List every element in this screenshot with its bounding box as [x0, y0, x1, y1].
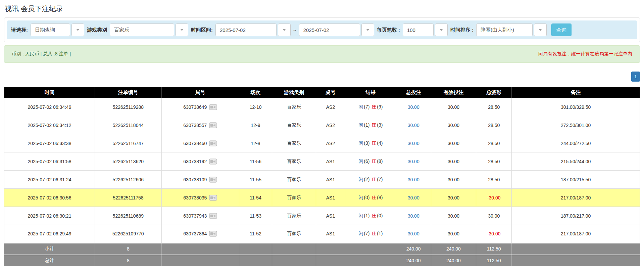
date-to-caret-button[interactable] [361, 24, 374, 36]
cell-total-bet: 30.00 [396, 134, 431, 152]
total-bet-link[interactable]: 30.00 [408, 177, 419, 182]
page-size-caret-button[interactable] [435, 24, 448, 36]
cell-bet-id: 522625112606 [95, 171, 161, 189]
game-category-value[interactable]: 百家乐 [110, 24, 174, 36]
result-player-label: 闲 [358, 122, 363, 128]
query-type-select[interactable]: 日期查询 [31, 24, 84, 36]
cell-time: 2025-07-02 06:30:21 [4, 207, 95, 225]
time-sort-caret-button[interactable] [534, 24, 547, 36]
cell-round-id: 630737864 [161, 225, 239, 243]
video-replay-icon[interactable] [209, 230, 217, 237]
search-button[interactable]: 查询 [551, 24, 572, 36]
pagination: 1 [4, 72, 640, 82]
round-id-text: 630738109 [183, 177, 207, 182]
time-sort-value[interactable]: 降幂(由大到小) [476, 24, 533, 36]
header-table-no: 桌号 [316, 87, 345, 98]
cell-payout: 28.50 [476, 116, 512, 134]
query-type-caret-button[interactable] [71, 24, 84, 36]
result-player-value: (1) [364, 122, 369, 128]
total-bet-link[interactable]: 30.00 [408, 159, 419, 164]
result-banker-value: (3) [377, 122, 383, 128]
time-sort-select[interactable]: 降幂(由大到小) [476, 24, 547, 36]
result-player-value: (3) [364, 140, 369, 146]
header-round-id: 局号 [161, 87, 239, 98]
result-banker-label: 庄 [371, 213, 376, 218]
cell-bet-id: 522625110689 [95, 207, 161, 225]
video-replay-icon[interactable] [209, 213, 217, 219]
cell-valid-bet: 30.00 [431, 152, 476, 171]
summary-currency-total: 币别 : 人民币 | 总共 :8 注单 | [12, 51, 71, 57]
cell-bet-id: 522625111758 [95, 189, 161, 207]
cell-valid-bet: 30.00 [431, 189, 476, 207]
result-banker-label: 庄 [371, 104, 376, 109]
round-id-text: 630738035 [183, 195, 207, 200]
date-to-select[interactable]: 2025-07-02 [299, 24, 374, 36]
result-player-value: (7) [364, 231, 369, 236]
game-category-select[interactable]: 百家乐 [110, 24, 188, 36]
table-row: 2025-07-02 06:34:49 522625119288 6307386… [4, 98, 640, 116]
total-bet-link[interactable]: 30.00 [408, 123, 419, 128]
game-category-caret-button[interactable] [176, 24, 188, 36]
total-bet-link[interactable]: 30.00 [408, 195, 419, 200]
round-id-text: 630738192 [183, 159, 207, 164]
cell-game: 百家乐 [272, 98, 316, 116]
cell-table-no: AS1 [316, 152, 345, 171]
table-row: 2025-07-02 06:30:56 522625111758 6307380… [4, 189, 640, 207]
result-player-label: 闲 [358, 140, 363, 146]
cell-round-id: 630738109 [161, 171, 239, 189]
table-row: 2025-07-02 06:31:24 522625112606 6307381… [4, 171, 640, 189]
date-from-value[interactable]: 2025-07-02 [215, 24, 277, 36]
cell-game: 百家乐 [272, 152, 316, 171]
cell-remark: 187.00/217.00 [512, 207, 640, 225]
cell-round-id: 630738557 [161, 116, 239, 134]
cell-round-id: 630738035 [161, 189, 239, 207]
video-replay-icon[interactable] [209, 194, 217, 201]
cell-total-bet: 30.00 [396, 116, 431, 134]
cell-valid-bet: 30.00 [431, 134, 476, 152]
query-type-value[interactable]: 日期查询 [31, 24, 70, 36]
video-replay-icon[interactable] [209, 122, 217, 129]
cell-result: 闲(7) 庄(9) [345, 98, 396, 116]
video-replay-icon[interactable] [209, 104, 217, 110]
page-size-select[interactable]: 100 [403, 24, 448, 36]
page-size-value[interactable]: 100 [403, 24, 434, 36]
cell-result: 闲(7) 庄(1) [345, 225, 396, 243]
cell-time: 2025-07-02 06:30:56 [4, 189, 95, 207]
result-player-value: (1) [364, 213, 369, 218]
date-to-value[interactable]: 2025-07-02 [299, 24, 360, 36]
cell-table-no: AS1 [316, 207, 345, 225]
page: 视讯 会员下注纪录 请选择: 日期查询 游戏类别 百家乐 时间区间: 2025-… [0, 0, 644, 267]
date-from-caret-button[interactable] [278, 24, 291, 36]
cell-bet-id: 522625109770 [95, 225, 161, 243]
result-banker-label: 庄 [371, 140, 376, 146]
cell-round-id: 630738460 [161, 134, 239, 152]
header-remark: 备注 [512, 87, 640, 98]
cell-round-id: 630738192 [161, 152, 239, 171]
total-bet-link[interactable]: 30.00 [408, 104, 419, 110]
video-replay-icon[interactable] [209, 176, 217, 183]
cell-game: 百家乐 [272, 225, 316, 243]
header-time: 时间 [4, 87, 95, 98]
cell-table-no: AS1 [316, 189, 345, 207]
page-button-1[interactable]: 1 [631, 72, 640, 82]
cell-time: 2025-07-02 06:29:49 [4, 225, 95, 243]
table-row: 2025-07-02 06:31:58 522625113620 6307381… [4, 152, 640, 171]
video-replay-icon[interactable] [209, 158, 217, 165]
date-from-select[interactable]: 2025-07-02 [215, 24, 291, 36]
chevron-down-icon [76, 29, 80, 31]
footer-count: 8 [95, 255, 161, 267]
footer-payout: 112.50 [476, 243, 512, 255]
cell-session: 11-53 [239, 207, 272, 225]
total-bet-link[interactable]: 30.00 [408, 231, 419, 236]
table-header: 时间 注单编号 局号 场次 游戏类别 桌号 结果 总投注 有效投注 总派彩 备注 [4, 87, 640, 98]
cell-payout: 28.50 [476, 134, 512, 152]
cell-game: 百家乐 [272, 116, 316, 134]
result-player-label: 闲 [358, 158, 363, 164]
cell-table-no: AS2 [316, 98, 345, 116]
video-replay-icon[interactable] [209, 140, 217, 147]
total-bet-link[interactable]: 30.00 [408, 141, 419, 146]
result-player-value: (7) [364, 104, 369, 109]
cell-remark: 272.50/301.00 [512, 116, 640, 134]
cell-total-bet: 30.00 [396, 98, 431, 116]
total-bet-link[interactable]: 30.00 [408, 213, 419, 219]
